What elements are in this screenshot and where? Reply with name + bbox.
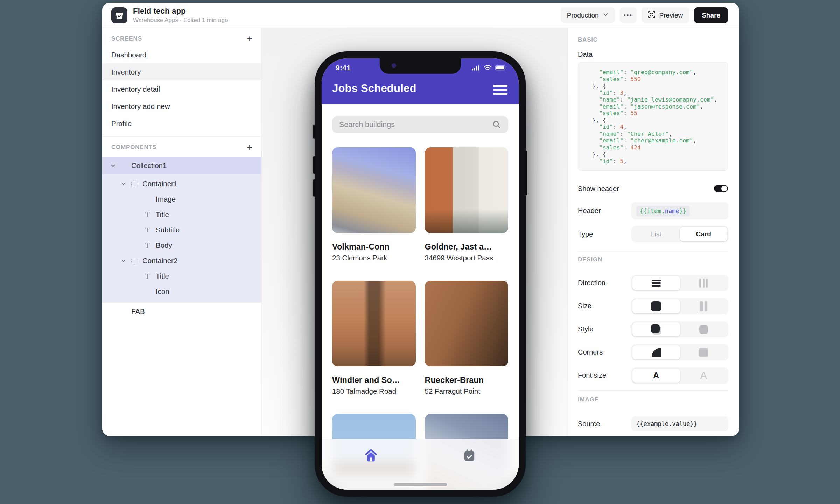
home-icon (364, 448, 378, 463)
data-code-editor[interactable]: "email": "greg@company.com", "sales": 55… (578, 62, 728, 171)
show-header-toggle[interactable] (714, 185, 728, 192)
corner-rounded-icon (652, 348, 661, 357)
preview-button[interactable]: Preview (642, 7, 690, 23)
source-value-input[interactable]: {{example.value}} (631, 416, 728, 431)
segment-option-right[interactable]: A (680, 369, 728, 383)
container-icon (131, 181, 138, 187)
direction-segmented-control (631, 275, 728, 291)
tree-item-body[interactable]: TBody (102, 238, 261, 253)
tree-item-label: Container1 (142, 180, 177, 188)
text-icon: T (144, 241, 151, 250)
share-button[interactable]: Share (694, 7, 728, 23)
square-shadow-icon (651, 324, 660, 333)
tree-item-title[interactable]: TTitle (102, 268, 261, 284)
home-indicator[interactable] (394, 483, 447, 486)
tree-item-icon[interactable]: Icon (102, 284, 261, 299)
segment-option-right[interactable] (680, 322, 728, 336)
type-option-card[interactable]: Card (680, 227, 728, 241)
components-section-header: COMPONENTS + (102, 143, 261, 152)
tab-bar (322, 439, 519, 490)
tree-item-fab[interactable]: FAB (102, 303, 261, 320)
data-label: Data (578, 50, 593, 58)
type-option-list[interactable]: List (632, 227, 680, 241)
segment-option-left[interactable] (632, 345, 680, 359)
search-input[interactable]: Search buildings (332, 116, 508, 133)
text-icon: T (144, 210, 151, 219)
chevron-down-icon (603, 12, 609, 19)
binding-token: {{item.name}} (636, 206, 690, 216)
rows-icon (652, 280, 661, 287)
mute-switch (313, 125, 315, 139)
tree-item-label: Container2 (142, 257, 177, 265)
tree-item-subtitle[interactable]: TSubtitle (102, 222, 261, 238)
hamburger-icon[interactable] (493, 85, 507, 95)
more-options-button[interactable]: ··· (620, 7, 637, 23)
tree-item-container1[interactable]: Container1 (102, 176, 261, 191)
direction-label: Direction (578, 279, 606, 287)
screen-item-label: Inventory (111, 68, 141, 76)
corners-label: Corners (578, 348, 603, 356)
card-subtitle: 34699 Westport Pass (425, 253, 509, 262)
tree-item-label: FAB (131, 307, 145, 316)
columns-icon (699, 279, 708, 288)
sidebar-item-dashboard[interactable]: Dashboard (102, 46, 261, 63)
volume-down-button (313, 179, 315, 197)
tree-item-title[interactable]: TTitle (102, 207, 261, 222)
style-label: Style (578, 325, 593, 333)
volume-up-button (313, 156, 315, 174)
header-value-input[interactable]: {{item.name}} (631, 202, 728, 219)
font-small-icon: A (700, 370, 707, 382)
segment-option-right[interactable] (680, 299, 728, 313)
toggle-knob (721, 186, 727, 191)
card-title: Windler and So… (332, 375, 416, 385)
card-subtitle: 23 Clemons Park (332, 253, 416, 262)
show-header-label: Show header (578, 185, 619, 193)
sidebar-item-inventory[interactable]: Inventory (102, 63, 261, 80)
segment-option-right[interactable] (680, 345, 728, 359)
add-screen-button[interactable]: + (247, 34, 252, 43)
building-card[interactable]: Goldner, Jast a… 34699 Westport Pass (425, 147, 509, 262)
segment-option-left[interactable]: A (632, 369, 680, 383)
columns-2-icon (700, 301, 707, 312)
chevron-down-icon[interactable] (121, 176, 126, 191)
screen-item-label: Profile (111, 119, 132, 128)
chevron-down-icon[interactable] (110, 157, 116, 174)
style-segmented-control (631, 321, 728, 337)
code-line: "id": 4, (585, 124, 721, 131)
card-collection: Volkman-Conn 23 Clemons ParkGoldner, Jas… (332, 147, 508, 490)
tree-item-image[interactable]: Image (102, 191, 261, 207)
building-card[interactable]: Volkman-Conn 23 Clemons Park (332, 147, 416, 262)
phone-screen: 9:41 (322, 58, 519, 490)
search-icon (492, 120, 501, 129)
tree-item-collection1[interactable]: Collection1 (102, 157, 261, 174)
tree-item-label: Subtitle (156, 226, 180, 234)
add-component-button[interactable]: + (247, 143, 252, 152)
code-line: "email": "jason@response.com", (585, 103, 721, 110)
sidebar-item-profile[interactable]: Profile (102, 115, 261, 132)
segment-option-right[interactable] (680, 276, 728, 290)
code-line: "email": "cher@example.com", (585, 137, 721, 144)
page-subtitle: Warehouse Apps · Edited 1 min ago (133, 17, 228, 24)
segment-option-left[interactable] (632, 276, 680, 290)
building-card[interactable]: Ruecker-Braun 52 Farragut Point (425, 281, 509, 396)
segment-option-left[interactable] (632, 299, 680, 313)
tree-item-label: Title (156, 272, 169, 280)
phone-mockup: 9:41 (315, 51, 526, 497)
environment-dropdown[interactable]: Production (561, 7, 615, 23)
segment-option-left[interactable] (632, 322, 680, 336)
card-title: Goldner, Jast a… (425, 241, 509, 252)
font-size-segmented-control: A A (631, 368, 728, 384)
tree-children: Container1ImageTTitleTSubtitleTBody Cont… (102, 174, 261, 303)
text-icon: T (144, 225, 151, 234)
tab-schedule[interactable] (420, 439, 519, 490)
sidebar-item-inventory-detail[interactable]: Inventory detail (102, 80, 261, 98)
calendar-check-icon (462, 448, 476, 462)
tree-item-container2[interactable]: Container2 (102, 253, 261, 268)
sidebar-item-inventory-add-new[interactable]: Inventory add new (102, 98, 261, 115)
app-title-block: Field tech app Warehouse Apps · Edited 1… (133, 7, 228, 24)
building-card[interactable]: Windler and So… 180 Talmadge Road (332, 281, 416, 396)
screen-item-label: Inventory detail (111, 85, 160, 93)
chevron-down-icon[interactable] (121, 253, 126, 268)
source-label: Source (578, 420, 600, 428)
tab-home[interactable] (322, 439, 420, 490)
